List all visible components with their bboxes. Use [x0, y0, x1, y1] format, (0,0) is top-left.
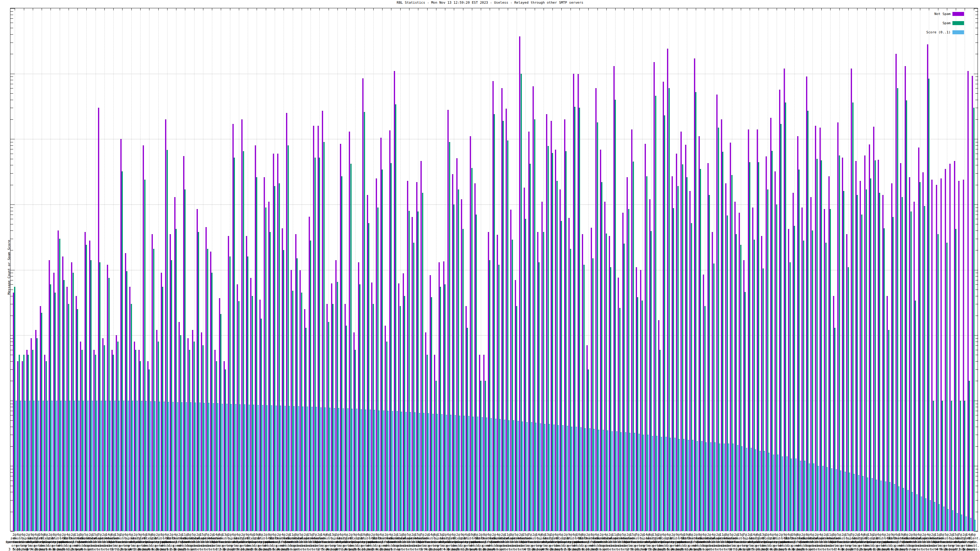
bar-spam	[81, 350, 83, 531]
bar-spam	[816, 159, 818, 531]
bar-notspam	[439, 262, 440, 531]
bar-score	[616, 431, 617, 531]
bar-score	[634, 433, 635, 531]
bar-notspam	[420, 161, 422, 531]
bar-score	[670, 438, 671, 531]
bar-score	[78, 401, 80, 531]
x-axis-tick	[588, 8, 589, 10]
bar-spam	[95, 355, 96, 531]
bar-notspam	[309, 217, 310, 531]
x-axis-tick	[893, 8, 893, 10]
bar-score	[289, 406, 290, 531]
bar-score	[527, 422, 528, 531]
bar-score	[195, 403, 196, 531]
bar-notspam	[748, 130, 749, 531]
bar-spam	[296, 258, 298, 531]
bar-notspam	[734, 202, 736, 531]
bar-score	[714, 442, 716, 531]
bar-score	[921, 497, 922, 531]
bar-score	[585, 428, 586, 531]
axis-minor-tick	[975, 472, 978, 473]
bar-notspam	[17, 361, 18, 531]
bar-notspam	[788, 229, 789, 531]
bar-spam	[767, 189, 768, 531]
axis-minor-tick	[975, 34, 978, 35]
axis-tick	[10, 531, 15, 532]
bar-spam	[937, 234, 939, 531]
bar-score	[24, 401, 26, 531]
bar-notspam	[129, 287, 130, 531]
bar-spam	[485, 381, 486, 531]
bar-score	[123, 401, 124, 531]
x-axis-tick	[122, 8, 123, 10]
bar-score	[665, 437, 667, 531]
axis-minor-tick	[10, 159, 13, 159]
bar-notspam	[219, 298, 220, 531]
bar-spam	[512, 240, 513, 531]
bar-notspam	[712, 232, 713, 531]
bar-spam	[395, 105, 396, 531]
axis-minor-tick	[975, 165, 978, 165]
bar-notspam	[604, 202, 605, 531]
x-axis-tick	[606, 8, 607, 10]
x-axis-tick	[302, 8, 302, 10]
bar-notspam	[636, 267, 637, 531]
bar-spam	[552, 153, 553, 531]
bar-notspam	[950, 164, 951, 531]
bar-spam	[651, 231, 652, 531]
bar-notspam	[403, 273, 404, 531]
x-axis-tick	[660, 8, 660, 10]
bar-score	[656, 436, 657, 531]
axis-minor-tick	[975, 18, 978, 19]
axis-minor-tick	[975, 404, 978, 404]
bar-score	[253, 405, 254, 531]
axis-minor-tick	[975, 381, 978, 381]
axis-minor-tick	[975, 76, 978, 77]
bar-spam	[463, 229, 464, 531]
bar-spam	[220, 314, 221, 531]
bar-spam	[574, 107, 576, 531]
bar-notspam	[878, 160, 879, 531]
bar-spam	[269, 232, 271, 531]
bar-spam	[641, 301, 643, 531]
x-axis-tick	[248, 8, 248, 10]
bar-notspam	[264, 177, 265, 531]
x-axis-tick	[95, 8, 96, 10]
legend-row-spam: Spam	[873, 21, 965, 25]
bar-notspam	[246, 236, 247, 531]
bar-notspam	[322, 111, 323, 531]
bar-score	[661, 437, 662, 531]
bar-spam	[915, 301, 916, 531]
bar-spam	[879, 193, 880, 531]
x-axis-tick	[418, 8, 418, 10]
bar-notspam	[277, 154, 278, 531]
bar-spam	[377, 208, 379, 531]
bar-score	[912, 492, 913, 531]
bar-score	[181, 402, 183, 531]
bar-spam	[19, 355, 20, 531]
bar-spam	[561, 221, 562, 531]
axis-tick	[974, 531, 978, 532]
bar-score	[450, 415, 452, 531]
bar-score	[840, 470, 841, 531]
bar-notspam	[299, 270, 301, 531]
bar-notspam	[192, 330, 193, 531]
x-axis-tick	[615, 8, 616, 10]
bar-notspam	[954, 161, 955, 531]
bar-notspam	[116, 335, 117, 531]
bar-score	[92, 401, 93, 531]
bar-notspam	[649, 199, 651, 531]
axis-minor-tick	[975, 476, 978, 476]
bar-notspam	[398, 283, 399, 531]
bar-score	[235, 404, 236, 531]
bar-notspam	[792, 193, 794, 531]
bar-score	[818, 466, 819, 531]
bar-spam	[99, 262, 100, 531]
bar-score	[966, 516, 967, 531]
bar-spam	[848, 267, 849, 531]
axis-tick	[10, 74, 15, 74]
bar-notspam	[492, 81, 494, 531]
x-axis-tick	[696, 8, 696, 10]
bar-notspam	[869, 144, 870, 531]
bar-spam	[68, 304, 69, 531]
